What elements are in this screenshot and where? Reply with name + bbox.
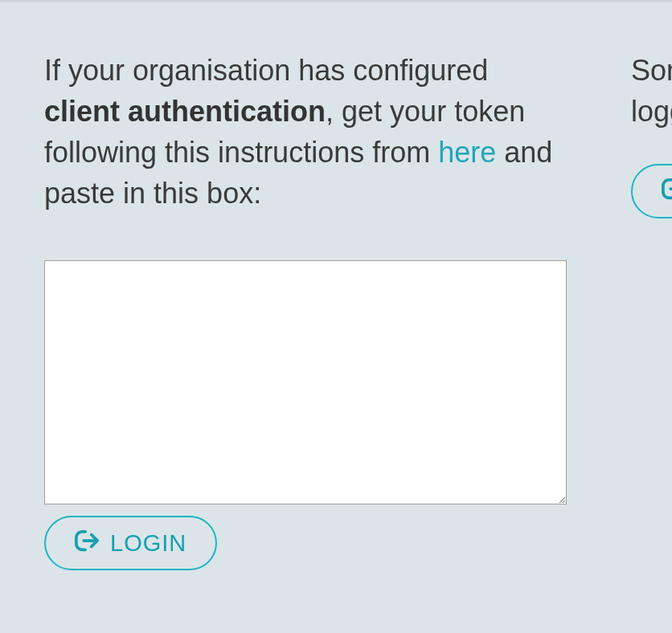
instructions-link[interactable]: here: [438, 136, 496, 169]
right-text-line2: logging: [631, 95, 672, 128]
login-button-label: LOGIN: [110, 530, 186, 557]
top-border: [0, 0, 672, 2]
token-input[interactable]: [44, 260, 567, 504]
login-button[interactable]: LOGIN: [44, 516, 217, 570]
left-column: If your organisation has configured clie…: [44, 50, 567, 570]
right-text: Something logging: [631, 50, 672, 132]
instructions-text: If your organisation has configured clie…: [44, 50, 567, 214]
instructions-prefix: If your organisation has configured: [44, 54, 488, 87]
content-row: If your organisation has configured clie…: [0, 0, 672, 570]
sign-out-icon: [662, 177, 672, 206]
right-login-button[interactable]: LO: [631, 164, 672, 218]
instructions-strong: client authentication: [44, 95, 326, 128]
right-text-line1: Something: [631, 54, 672, 87]
right-column: Something logging LO: [631, 50, 672, 218]
sign-in-icon: [75, 529, 99, 558]
